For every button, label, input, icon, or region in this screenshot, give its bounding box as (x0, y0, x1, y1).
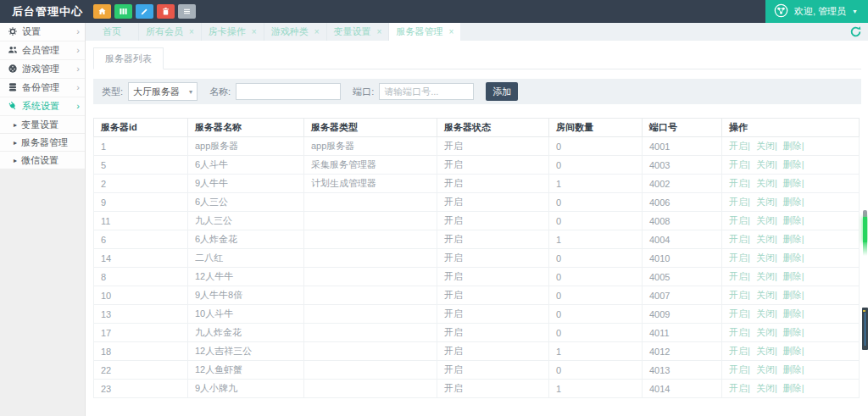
cell-port: 4009 (643, 305, 722, 324)
cell-server-name: 6人斗牛 (188, 156, 304, 175)
delete-server-link[interactable]: 删除| (783, 271, 804, 281)
home-button[interactable] (93, 4, 111, 19)
open-server-link[interactable]: 开启| (729, 290, 750, 300)
close-server-link[interactable]: 关闭| (756, 178, 777, 188)
sidebar-item-system-settings[interactable]: 系统设置 › (0, 97, 85, 116)
close-server-link[interactable]: 关闭| (756, 327, 777, 337)
open-server-link[interactable]: 开启| (729, 308, 750, 319)
open-server-link[interactable]: 开启| (729, 271, 750, 281)
close-server-link[interactable]: 关闭| (756, 271, 777, 281)
sidebar-subitem-server-management[interactable]: ▸ 服务器管理 (0, 134, 85, 152)
delete-server-link[interactable]: 删除| (783, 327, 804, 337)
delete-server-link[interactable]: 删除| (783, 308, 804, 319)
delete-server-link[interactable]: 删除| (783, 346, 804, 356)
tab-all-members[interactable]: 所有会员 × (139, 23, 202, 41)
delete-server-link[interactable]: 删除| (783, 197, 804, 207)
close-server-link[interactable]: 关闭| (756, 308, 777, 319)
cell-room-count: 1 (549, 380, 643, 398)
delete-server-link[interactable]: 删除| (783, 234, 804, 244)
delete-server-link[interactable]: 删除| (783, 252, 804, 263)
delete-server-link[interactable]: 删除| (783, 159, 804, 169)
name-label: 名称: (209, 86, 231, 98)
cell-server-type (304, 268, 437, 286)
open-server-link[interactable]: 开启| (729, 364, 750, 374)
server-list-panel-tab[interactable]: 服务器列表 (93, 47, 164, 69)
cell-server-status: 开启 (437, 286, 549, 305)
user-menu[interactable]: 欢迎, 管理员 ▼ (765, 0, 868, 23)
tab-room-card-ops[interactable]: 房卡操作 × (202, 23, 264, 41)
sidebar-item-members[interactable]: 会员管理 › (0, 42, 85, 60)
tab-close-icon[interactable]: × (448, 28, 453, 36)
sidebar-subitem-variable-settings[interactable]: ▸ 变量设置 (0, 116, 85, 134)
refresh-button[interactable] (849, 25, 862, 38)
delete-server-link[interactable]: 删除| (783, 364, 804, 374)
green-scroll-indicator[interactable] (863, 210, 867, 256)
close-server-link[interactable]: 关闭| (756, 383, 777, 393)
tab-variable-settings[interactable]: 变量设置 × (327, 23, 390, 41)
tab-close-icon[interactable]: × (377, 28, 382, 36)
sidebar-subitem-wechat-settings[interactable]: ▸ 微信设置 (0, 152, 85, 169)
server-port-input[interactable] (379, 83, 474, 100)
tab-close-icon[interactable]: × (252, 28, 257, 36)
cell-server-name: 12人牛牛 (188, 268, 304, 286)
chevron-right-icon: › (76, 64, 80, 74)
delete-server-link[interactable]: 删除| (783, 215, 804, 225)
close-server-link[interactable]: 关闭| (756, 197, 777, 207)
sidebar-item-settings[interactable]: 设置 › (0, 23, 85, 42)
open-server-link[interactable]: 开启| (729, 215, 750, 225)
close-server-link[interactable]: 关闭| (756, 141, 777, 151)
close-server-link[interactable]: 关闭| (756, 290, 777, 300)
add-server-button[interactable]: 添加 (486, 82, 518, 101)
delete-server-link[interactable]: 删除| (783, 383, 804, 393)
close-server-link[interactable]: 关闭| (756, 252, 777, 263)
edit-button[interactable] (136, 4, 153, 19)
tab-server-management[interactable]: 服务器管理 × (389, 23, 460, 41)
cell-actions: 开启| 关闭| 删除| (722, 212, 860, 230)
open-server-link[interactable]: 开启| (729, 234, 750, 244)
delete-button[interactable] (157, 4, 175, 19)
cell-server-type (304, 305, 437, 324)
list-button[interactable] (178, 4, 196, 19)
cell-server-status: 开启 (437, 305, 549, 324)
col-port: 端口号 (643, 119, 722, 137)
open-server-link[interactable]: 开启| (729, 327, 750, 337)
close-server-link[interactable]: 关闭| (756, 215, 777, 225)
open-server-link[interactable]: 开启| (729, 383, 750, 393)
open-server-link[interactable]: 开启| (729, 159, 750, 169)
cell-server-name: 12人鱼虾蟹 (188, 361, 304, 380)
panel-header: 服务器列表 (93, 48, 861, 69)
open-server-link[interactable]: 开启| (729, 346, 750, 356)
delete-server-link[interactable]: 删除| (783, 290, 804, 300)
col-room-count: 房间数量 (549, 119, 643, 137)
cell-server-status: 开启 (437, 249, 549, 268)
delete-server-link[interactable]: 删除| (783, 141, 804, 151)
server-type-select[interactable]: 大厅服务器 (128, 82, 198, 101)
open-server-link[interactable]: 开启| (729, 178, 750, 188)
sidebar-item-backup[interactable]: 备份管理 › (0, 79, 85, 97)
tab-close-icon[interactable]: × (189, 28, 194, 36)
cell-server-name: 6人三公 (188, 193, 304, 212)
grid-icon (119, 4, 128, 19)
tab-close-icon[interactable]: × (314, 28, 320, 36)
delete-server-link[interactable]: 删除| (783, 178, 804, 188)
close-server-link[interactable]: 关闭| (756, 364, 777, 374)
sidebar-item-games[interactable]: 游戏管理 › (0, 60, 85, 79)
tab-game-types[interactable]: 游戏种类 × (264, 23, 327, 41)
close-server-link[interactable]: 关闭| (756, 346, 777, 356)
table-row: 18 12人吉祥三公 开启 1 4012 开启| 关闭| 删除| (94, 342, 860, 361)
tab-home[interactable]: 首页 (86, 23, 139, 41)
open-server-link[interactable]: 开启| (729, 197, 750, 207)
minimap-scroll-thumb[interactable] (862, 308, 868, 350)
close-server-link[interactable]: 关闭| (756, 159, 777, 169)
home-icon (97, 4, 107, 19)
table-row: 1 app服务器 app服务器 开启 0 4001 开启| 关闭| 删除| (94, 137, 860, 156)
table-row: 6 6人炸金花 开启 1 4004 开启| 关闭| 删除| (94, 230, 860, 249)
open-server-link[interactable]: 开启| (729, 141, 750, 151)
sidebar-subitem-label: 微信设置 (21, 154, 58, 167)
server-name-input[interactable] (236, 83, 341, 100)
close-server-link[interactable]: 关闭| (756, 234, 777, 244)
table-header-row: 服务器id 服务器名称 服务器类型 服务器状态 房间数量 端口号 操作 (94, 119, 860, 137)
grid-button[interactable] (114, 4, 132, 19)
open-server-link[interactable]: 开启| (729, 252, 750, 263)
cell-room-count: 0 (549, 268, 643, 286)
